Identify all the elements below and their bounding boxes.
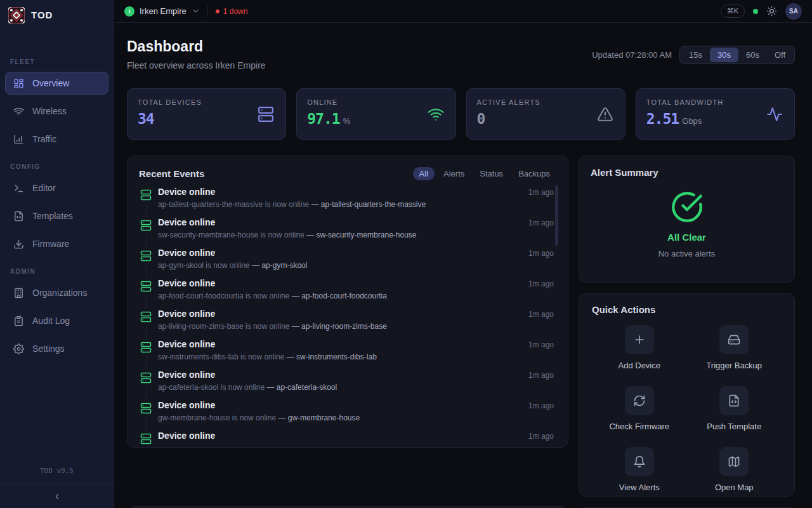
gear-icon (13, 344, 24, 354)
refresh-interval-option[interactable]: 60s (738, 48, 767, 62)
event-device-name: — ap-cafeteria-skool (266, 383, 337, 392)
event-time: 1m ago (528, 279, 554, 288)
file-code-icon (728, 394, 740, 407)
sidebar-item[interactable]: Firmware (5, 232, 108, 255)
quick-action-button[interactable]: Add Device (592, 325, 687, 370)
org-switcher[interactable]: I Irken Empire (124, 6, 200, 17)
stat-value: 97.1 (307, 110, 339, 127)
sidebar-item[interactable]: Overview (5, 72, 108, 95)
quick-action-button[interactable]: Check Firmware (592, 386, 687, 431)
event-connector (146, 326, 147, 339)
quick-action-label: Trigger Backup (706, 361, 762, 370)
event-title: Device online (158, 431, 215, 441)
server-icon (140, 220, 152, 231)
server-icon (140, 281, 152, 292)
app-logo: TOD (0, 0, 114, 30)
event-time: 1m ago (528, 249, 554, 258)
recent-events-panel: Recent Events All Alerts Status Backups (127, 156, 568, 448)
stat-value: 34 (138, 110, 154, 127)
recent-events-title: Recent Events (139, 168, 204, 179)
sidebar-item[interactable]: Wireless (5, 100, 108, 123)
file-code-icon (13, 211, 24, 222)
stat-label: ACTIVE ALERTS (477, 98, 615, 106)
scrollbar-thumb[interactable] (555, 185, 558, 246)
event-filter[interactable]: Backups (512, 167, 556, 180)
sun-icon[interactable] (766, 6, 777, 17)
stats-row: TOTAL DEVICES 34 ONLINE 97.1 % (127, 88, 795, 140)
connection-status-dot (753, 9, 758, 14)
event-time: 1m ago (528, 310, 554, 319)
stat-card: TOTAL DEVICES 34 (127, 88, 286, 140)
terminal-icon (13, 183, 24, 194)
quick-action-button[interactable]: Open Map (687, 447, 782, 492)
event-row[interactable]: Device online 1m ago (140, 431, 554, 448)
event-connector (146, 356, 147, 370)
stat-label: TOTAL DEVICES (138, 98, 275, 106)
event-row[interactable]: Device online 1m ago ap-gym-skool is now… (140, 248, 554, 278)
refresh-interval-option[interactable]: 30s (710, 48, 738, 62)
plus-icon (633, 333, 646, 346)
sidebar-item[interactable]: Templates (5, 204, 108, 227)
sidebar-item[interactable]: Audit Log (5, 309, 108, 332)
sidebar-item-label: Editor (32, 183, 56, 193)
event-filter[interactable]: Alerts (437, 167, 471, 180)
updated-timestamp: Updated 07:28:00 AM (592, 50, 672, 60)
down-status-label: 1 down (223, 7, 248, 16)
stat-suffix: Gbps (682, 116, 702, 126)
sidebar-item[interactable]: Organizations (5, 281, 108, 304)
event-device-name: — ap-tallest-quarters-the-massive (311, 200, 426, 209)
quick-action-label: Add Device (619, 361, 660, 370)
sidebar: TOD FLEET Overview Wireless (0, 0, 114, 508)
command-palette-button[interactable]: ⌘K (721, 4, 745, 18)
event-row[interactable]: Device online 1m ago ap-living-room-zims… (140, 309, 554, 339)
server-icon (258, 106, 274, 123)
sidebar-item-label: Wireless (32, 106, 67, 116)
sidebar-item[interactable]: Traffic (5, 128, 108, 150)
event-filter[interactable]: Status (473, 167, 509, 180)
event-device-name: — gw-membrane-house (278, 413, 360, 422)
page-title: Dashboard (127, 38, 266, 55)
event-description: ap-gym-skool is now online — ap-gym-skoo… (158, 261, 554, 270)
quick-action-button[interactable]: View Alerts (592, 447, 687, 492)
event-row[interactable]: Device online 1m ago ap-cafeteria-skool … (140, 370, 554, 400)
event-title: Device online (158, 278, 215, 288)
server-icon (140, 372, 152, 384)
alert-summary-title: Alert Summary (591, 167, 783, 178)
event-device-name: — sw-instruments-dibs-lab (287, 352, 377, 361)
app-version: TOD v9.5 (0, 467, 114, 484)
sidebar-collapse-button[interactable] (0, 484, 114, 508)
stat-card: ONLINE 97.1 % (296, 88, 455, 140)
event-description: ap-food-court-foodcourtia is now online … (158, 291, 554, 300)
download-icon (13, 239, 24, 250)
sidebar-item[interactable]: Editor (5, 177, 108, 199)
event-description: sw-instruments-dibs-lab is now online — … (158, 352, 554, 361)
sidebar-item-label: Traffic (32, 134, 56, 144)
event-row[interactable]: Device online 1m ago ap-tallest-quarters… (140, 187, 554, 217)
event-row[interactable]: Device online 1m ago sw-security-membran… (140, 217, 554, 248)
event-row[interactable]: Device online 1m ago gw-membrane-house i… (140, 400, 554, 431)
grid-icon (13, 78, 24, 89)
stat-card: ACTIVE ALERTS 0 (466, 88, 625, 140)
map-icon (728, 455, 740, 468)
refresh-interval-option[interactable]: 15s (681, 48, 710, 62)
events-list: Device online 1m ago ap-tallest-quarters… (128, 187, 568, 448)
event-row[interactable]: Device online 1m ago ap-food-court-foodc… (140, 278, 554, 309)
avatar[interactable]: SA (785, 3, 802, 20)
event-filter[interactable]: All (413, 167, 435, 180)
event-title: Device online (158, 217, 215, 227)
quick-actions-grid: Add Device Trigger Backup Check Firmware (592, 325, 782, 492)
stat-label: TOTAL BANDWIDTH (646, 98, 784, 106)
quick-action-button[interactable]: Trigger Backup (687, 325, 782, 370)
quick-action-button[interactable]: Push Template (687, 386, 782, 431)
refresh-interval-option[interactable]: Off (767, 48, 793, 62)
logo-icon (8, 7, 25, 23)
event-title: Device online (158, 339, 215, 349)
event-title: Device online (158, 248, 215, 258)
event-row[interactable]: Device online 1m ago sw-instruments-dibs… (140, 339, 554, 370)
event-time: 1m ago (528, 371, 554, 380)
sidebar-item-label: Firmware (32, 239, 69, 249)
event-time: 1m ago (528, 188, 554, 197)
sidebar-item[interactable]: Settings (5, 337, 108, 360)
down-status[interactable]: 1 down (216, 7, 248, 16)
quick-action-label: View Alerts (619, 483, 660, 492)
